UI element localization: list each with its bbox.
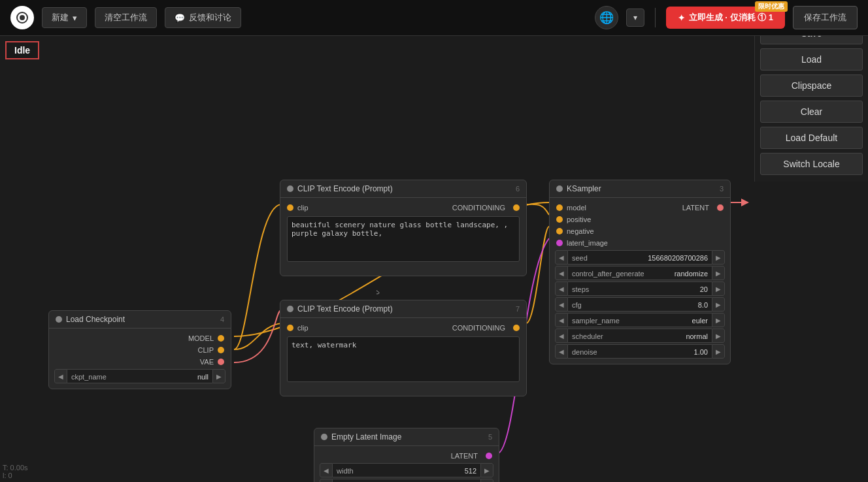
ckpt-name-control[interactable]: ◀ ckpt_name null ▶ <box>54 369 225 383</box>
ksampler-latent-port: latent_image <box>550 237 730 249</box>
conditioning-neg-out-port <box>513 325 520 331</box>
clear-button[interactable]: Clear <box>760 101 863 123</box>
input-clip-pos: clip CONDITIONING <box>280 202 526 214</box>
node-title: Load Checkpoint <box>66 315 125 324</box>
save-workflow-label: 保存工作流 <box>804 12 846 22</box>
height-control[interactable]: ◀ height 512 ▶ <box>320 479 493 482</box>
latent-in-port <box>556 240 563 246</box>
node-status-dot <box>56 316 62 323</box>
load-default-button[interactable]: Load Default <box>760 127 863 149</box>
conditioning-out-port <box>513 204 520 211</box>
ksampler-negative-port: negative <box>550 225 730 237</box>
clip-neg-header: CLIP Text Encode (Prompt) 7 <box>280 300 526 318</box>
clip-port <box>218 347 224 353</box>
empty-latent-title: Empty Latent Image <box>331 432 401 442</box>
node-dot <box>287 185 293 192</box>
seed-control[interactable]: ◀ seed 156680208700286 ▶ <box>555 250 725 265</box>
clear-workflow-button[interactable]: 清空工作流 <box>95 7 157 28</box>
sampler-name-control[interactable]: ◀ sampler_name euler ▶ <box>555 313 725 327</box>
ksampler-id: 3 <box>720 185 724 193</box>
save-workflow-button[interactable]: 保存工作流 <box>793 6 858 29</box>
negative-prompt-textarea[interactable]: text, watermark <box>287 336 520 382</box>
height-arrow-right[interactable]: ▶ <box>480 479 493 482</box>
cag-arrow-right[interactable]: ▶ <box>712 266 725 280</box>
cfg-arrow-right[interactable]: ▶ <box>712 297 725 312</box>
svg-point-1 <box>20 15 25 20</box>
vae-port <box>218 359 224 365</box>
output-clip: CLIP <box>49 344 231 356</box>
sampler-arrow-left[interactable]: ◀ <box>555 313 568 327</box>
ckpt-arrow-left[interactable]: ◀ <box>54 369 67 383</box>
sampler-arrow-right[interactable]: ▶ <box>712 313 725 327</box>
steps-control[interactable]: ◀ steps 20 ▶ <box>555 281 725 296</box>
clip-prompt-neg-node: CLIP Text Encode (Prompt) 7 clip CONDITI… <box>280 300 527 396</box>
sched-arrow-right[interactable]: ▶ <box>712 329 725 343</box>
width-arrow-right[interactable]: ▶ <box>480 463 493 477</box>
width-control[interactable]: ◀ width 512 ▶ <box>320 463 493 477</box>
clip-neg-id: 7 <box>516 305 520 313</box>
cfg-arrow-left[interactable]: ◀ <box>555 297 568 312</box>
positive-in-port <box>556 216 563 223</box>
clip-pos-id: 6 <box>516 185 520 193</box>
positive-prompt-textarea[interactable]: beautiful scenery nature glass bottle la… <box>287 216 520 262</box>
status-idle: Idle <box>5 41 39 59</box>
steps-arrow-right[interactable]: ▶ <box>712 281 725 296</box>
cfg-control[interactable]: ◀ cfg 8.0 ▶ <box>555 297 725 312</box>
clip-in-port <box>287 204 293 211</box>
latent-out-port <box>717 204 724 211</box>
cag-arrow-left[interactable]: ◀ <box>555 266 568 280</box>
ksampler-dot <box>556 185 563 192</box>
ksampler-positive-port: positive <box>550 214 730 225</box>
generate-icon: ✦ <box>678 13 685 23</box>
ksampler-header: KSampler 3 <box>550 180 730 198</box>
denoise-arrow-right[interactable]: ▶ <box>712 344 725 359</box>
width-arrow-left[interactable]: ◀ <box>320 463 333 477</box>
nodes-layer: Load Checkpoint 4 MODEL CLIP VAE <box>0 36 868 482</box>
canvas[interactable]: Idle T: 0.00s l: 0 <box>0 36 868 482</box>
load-checkpoint-body: MODEL CLIP VAE ◀ ckpt_name null ▶ <box>49 329 231 389</box>
scheduler-control[interactable]: ◀ scheduler normal ▶ <box>555 329 725 343</box>
clip-pos-title: CLIP Text Encode (Prompt) <box>297 184 393 193</box>
load-checkpoint-header: Load Checkpoint 4 <box>49 311 231 329</box>
globe-button[interactable]: 🌐 <box>595 6 618 29</box>
control-after-generate-control[interactable]: ◀ control_after_generate randomize ▶ <box>555 266 725 280</box>
toolbar: 新建 ▾ 清空工作流 💬 反馈和讨论 🌐 ▾ 限时优惠 ✦ 立即生成 · 仅消耗… <box>0 0 868 36</box>
model-port <box>218 335 224 342</box>
node-dot-neg <box>287 306 293 312</box>
seed-arrow-left[interactable]: ◀ <box>555 250 568 265</box>
negative-in-port <box>556 228 563 234</box>
new-label: 新建 <box>52 12 69 24</box>
load-button[interactable]: Load <box>760 48 863 71</box>
clip-pos-header: CLIP Text Encode (Prompt) 6 <box>280 180 526 198</box>
latent-output-port: LATENT <box>314 450 499 462</box>
ksampler-title: KSampler <box>567 184 601 193</box>
empty-latent-dot <box>321 434 327 440</box>
sched-arrow-left[interactable]: ◀ <box>555 329 568 343</box>
switch-locale-button[interactable]: Switch Locale <box>760 153 863 175</box>
clip-neg-in-port <box>287 325 293 331</box>
empty-latent-body: LATENT ◀ width 512 ▶ ◀ height 512 ▶ ◀ <box>314 446 499 482</box>
model-in-port <box>556 204 563 211</box>
generate-label: 立即生成 · 仅消耗 ① 1 <box>689 12 773 24</box>
generate-button[interactable]: 限时优惠 ✦ 立即生成 · 仅消耗 ① 1 <box>666 7 785 29</box>
height-arrow-left[interactable]: ◀ <box>320 479 333 482</box>
empty-latent-id: 5 <box>488 433 492 441</box>
input-clip-neg: clip CONDITIONING <box>280 322 526 334</box>
ckpt-arrow-right[interactable]: ▶ <box>212 369 225 383</box>
ksampler-body: model LATENT positive negative latent_im… <box>550 198 730 364</box>
seed-arrow-right[interactable]: ▶ <box>712 250 725 265</box>
ksampler-node: KSampler 3 model LATENT positive <box>549 180 731 364</box>
denoise-control[interactable]: ◀ denoise 1.00 ▶ <box>555 344 725 359</box>
clip-pos-body: clip CONDITIONING beautiful scenery natu… <box>280 198 526 276</box>
latent-port <box>486 453 492 459</box>
steps-arrow-left[interactable]: ◀ <box>555 281 568 296</box>
ksampler-model-port: model LATENT <box>550 202 730 214</box>
new-button[interactable]: 新建 ▾ <box>42 7 87 28</box>
clip-prompt-pos-node: CLIP Text Encode (Prompt) 6 clip CONDITI… <box>280 180 527 276</box>
feedback-button[interactable]: 💬 反馈和讨论 <box>165 7 241 28</box>
clipspace-button[interactable]: Clipspace <box>760 74 863 97</box>
feedback-icon: 💬 <box>175 13 185 23</box>
denoise-arrow-left[interactable]: ◀ <box>555 344 568 359</box>
output-vae: VAE <box>49 356 231 368</box>
locale-dropdown[interactable]: ▾ <box>626 8 644 27</box>
